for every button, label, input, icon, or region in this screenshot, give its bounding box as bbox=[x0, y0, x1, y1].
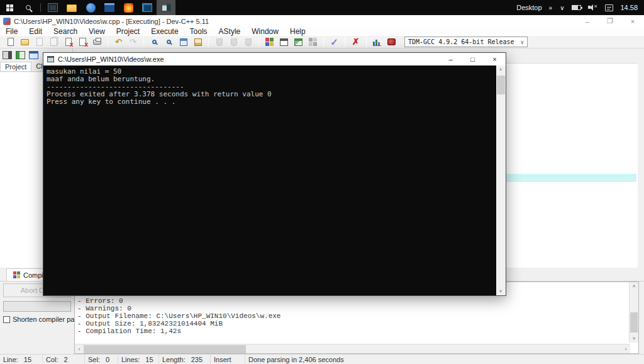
forward-button[interactable] bbox=[227, 37, 240, 48]
compile-progress-bar bbox=[3, 301, 71, 312]
scroll-left-arrow-icon[interactable]: ‹ bbox=[75, 346, 84, 352]
undo-button[interactable]: ↶ bbox=[112, 37, 125, 48]
log-vscroll-thumb[interactable] bbox=[630, 312, 638, 333]
profile-button[interactable] bbox=[370, 37, 384, 48]
scroll-down-arrow-icon[interactable]: ˅ bbox=[630, 336, 638, 341]
taskbar-app-panel[interactable] bbox=[100, 0, 119, 15]
dock-window-icon[interactable] bbox=[3, 51, 12, 59]
toolbar-separator bbox=[143, 37, 144, 47]
taskbar-search-button[interactable] bbox=[19, 0, 38, 15]
console-maximize-button[interactable]: □ bbox=[462, 55, 484, 63]
console-close-button[interactable]: × bbox=[484, 55, 506, 63]
redo-button[interactable]: ↷ bbox=[126, 37, 140, 48]
taskbar-app-file-explorer[interactable] bbox=[62, 0, 81, 15]
project-window-icon[interactable] bbox=[29, 51, 38, 59]
volume-muted-icon[interactable]: × bbox=[588, 4, 598, 11]
windows-logo-icon bbox=[6, 4, 13, 11]
menu-help[interactable]: Help bbox=[284, 27, 311, 36]
scroll-up-arrow-icon[interactable]: ˄ bbox=[630, 283, 638, 289]
rebuild-all-button[interactable] bbox=[306, 37, 319, 48]
start-button[interactable] bbox=[0, 0, 19, 15]
minimize-button[interactable]: – bbox=[576, 18, 599, 25]
taskbar-app-remote[interactable] bbox=[138, 0, 157, 15]
print-button[interactable] bbox=[91, 37, 104, 48]
compiler-config-select[interactable]: TDM-GCC 4.9.2 64-bit Release ∨ bbox=[404, 37, 528, 47]
menu-project[interactable]: Project bbox=[111, 27, 145, 36]
menu-edit[interactable]: Edit bbox=[23, 27, 48, 36]
close-all-button[interactable]: x bbox=[76, 37, 89, 48]
console-titlebar[interactable]: C:\Users\HP_WIN10\Videos\w.exe – □ × bbox=[43, 53, 506, 65]
toolbar-separator bbox=[345, 37, 345, 47]
scroll-down-arrow-icon[interactable]: ˅ bbox=[496, 288, 505, 294]
log-hscroll-thumb[interactable] bbox=[84, 345, 246, 353]
replace-button[interactable] bbox=[177, 37, 190, 48]
goto-bookmark-button[interactable] bbox=[242, 37, 255, 48]
status-length-value: 235 bbox=[191, 356, 203, 363]
add-to-project-icon[interactable] bbox=[16, 51, 25, 59]
clock[interactable]: 14.58 bbox=[620, 4, 638, 11]
menu-astyle[interactable]: AStyle bbox=[213, 27, 247, 36]
new-file-button[interactable] bbox=[4, 37, 17, 48]
log-horizontal-scrollbar[interactable]: ‹ › bbox=[75, 344, 630, 353]
menu-execute[interactable]: Execute bbox=[145, 27, 184, 36]
toolbar-overflow-chevrons[interactable]: » bbox=[549, 4, 553, 11]
console-vertical-scrollbar[interactable]: ˄ ˅ bbox=[496, 65, 506, 295]
desktop-toolbar-label[interactable]: Desktop bbox=[516, 4, 541, 11]
back-button[interactable] bbox=[213, 37, 226, 48]
taskbar-app-hand[interactable] bbox=[119, 0, 138, 15]
screen: Desktop » ∨ × 14.58 C:\Users\HP_WIN10\Vi… bbox=[0, 0, 644, 364]
run-button[interactable] bbox=[277, 37, 291, 48]
save-all-button[interactable] bbox=[47, 37, 60, 48]
battery-icon[interactable] bbox=[572, 5, 581, 10]
compile-button[interactable] bbox=[263, 37, 276, 48]
close-button[interactable]: × bbox=[621, 18, 644, 25]
console-vscroll-thumb[interactable] bbox=[497, 76, 505, 94]
menu-window[interactable]: Window bbox=[246, 27, 284, 36]
open-folder-icon bbox=[21, 39, 29, 45]
window-controls: – ❐ × bbox=[576, 17, 644, 25]
log-line: - Output Filename: C:\Users\HP_WIN10\Vid… bbox=[77, 312, 280, 320]
open-file-button[interactable] bbox=[18, 37, 31, 48]
replace-icon bbox=[180, 38, 187, 46]
status-parse-message: Done parsing in 2,406 seconds bbox=[245, 355, 644, 364]
status-col: Col: 2 bbox=[43, 355, 85, 364]
action-center-icon[interactable] bbox=[605, 4, 613, 11]
compile-run-button[interactable] bbox=[292, 37, 305, 48]
status-insert-mode: Insert bbox=[211, 355, 245, 364]
scroll-up-arrow-icon[interactable]: ˄ bbox=[496, 67, 505, 72]
abort-compilation-toolbar-button[interactable]: ✗ bbox=[349, 37, 362, 48]
restore-button[interactable]: ❐ bbox=[599, 17, 621, 25]
menu-search[interactable]: Search bbox=[48, 27, 83, 36]
goto-line-icon bbox=[194, 38, 202, 46]
close-file-button[interactable]: x bbox=[62, 37, 75, 48]
blue-circle-app-icon bbox=[86, 3, 96, 13]
save-all-icon bbox=[50, 38, 57, 46]
shorten-paths-checkbox[interactable] bbox=[3, 316, 10, 323]
log-vertical-scrollbar[interactable]: ˄ ˅ bbox=[629, 282, 638, 343]
compiler-config-value: TDM-GCC 4.9.2 64-bit Release bbox=[408, 38, 514, 45]
status-line: Line: 15 bbox=[0, 355, 43, 364]
tab-project[interactable]: Project bbox=[0, 62, 31, 71]
taskbar-app-devcpp-active[interactable] bbox=[157, 0, 175, 15]
taskbar-app-monitor[interactable] bbox=[43, 0, 62, 15]
menu-file[interactable]: File bbox=[0, 27, 23, 36]
taskbar-app-browser[interactable] bbox=[81, 0, 100, 15]
find-in-files-button[interactable] bbox=[162, 37, 175, 48]
tray-expand-chevron-icon[interactable]: ∨ bbox=[560, 4, 565, 11]
goto-line-button[interactable] bbox=[191, 37, 204, 48]
console-window[interactable]: C:\Users\HP_WIN10\Videos\w.exe – □ × mas… bbox=[43, 52, 506, 296]
syntax-check-button[interactable]: ✓ bbox=[328, 37, 341, 48]
save-button[interactable] bbox=[33, 37, 46, 48]
console-window-controls: – □ × bbox=[440, 53, 506, 65]
menu-tools[interactable]: Tools bbox=[184, 27, 213, 36]
menu-view[interactable]: View bbox=[83, 27, 111, 36]
console-output[interactable]: masukan nilai = 50maaf anda belum berunt… bbox=[43, 65, 496, 295]
find-button[interactable] bbox=[148, 37, 161, 48]
hand-app-icon bbox=[124, 3, 133, 13]
delete-profiling-button[interactable] bbox=[385, 37, 398, 48]
scroll-right-arrow-icon[interactable]: › bbox=[621, 346, 630, 352]
devcpp-titlebar: C:\Users\HP_WIN10\Videos\w.cpp - [Execut… bbox=[0, 15, 644, 27]
red-x-mark: x bbox=[84, 42, 88, 48]
console-minimize-button[interactable]: – bbox=[440, 55, 462, 63]
search-icon bbox=[26, 5, 31, 10]
